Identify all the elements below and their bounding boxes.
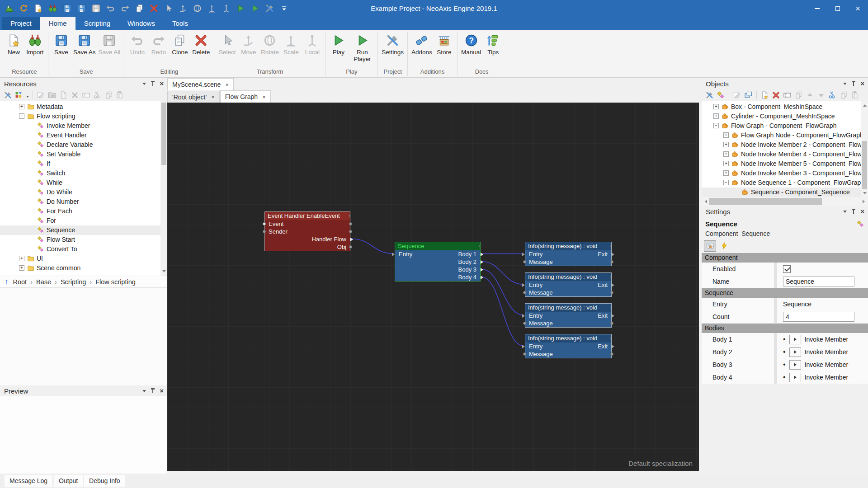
property-splitter[interactable] xyxy=(774,358,777,371)
tree-item-for[interactable]: For xyxy=(0,216,160,225)
qat-run-player-button[interactable] xyxy=(250,4,260,13)
new-button[interactable]: New xyxy=(3,33,24,56)
settings-button[interactable] xyxy=(4,91,12,99)
node-info-4[interactable]: Info(string message) : voidEntryExitMess… xyxy=(525,334,612,358)
qat-delete-button[interactable] xyxy=(149,4,159,13)
status-tab-output[interactable]: Output xyxy=(54,475,83,487)
property-splitter[interactable] xyxy=(774,310,777,323)
delete-button[interactable] xyxy=(772,91,780,99)
tree-item-node-invoke-member-4-component-flowgraph[interactable]: +Node Invoke Member 4 - Component_FlowGr… xyxy=(702,150,861,159)
up-arrow-icon[interactable]: ↑ xyxy=(5,277,9,286)
expand-plus-icon[interactable]: + xyxy=(19,265,24,271)
chevron-down-icon[interactable] xyxy=(843,83,847,87)
qat-play-button[interactable] xyxy=(236,4,245,13)
tab-flow-graph[interactable]: Flow Graph× xyxy=(220,90,271,103)
tree-item-set-variable[interactable]: Set Variable xyxy=(0,150,160,159)
scroll-down-arrow[interactable] xyxy=(160,269,167,275)
arrow-pin-gray[interactable] xyxy=(522,345,525,348)
expand-plus-icon[interactable]: + xyxy=(19,256,24,261)
pin-icon[interactable] xyxy=(151,81,155,86)
tree-item-invoke-member[interactable]: Invoke Member xyxy=(0,121,160,131)
scroll-up-arrow[interactable] xyxy=(861,101,868,108)
tree-item-do-while[interactable]: Do While xyxy=(0,188,160,197)
tab-close-icon[interactable]: × xyxy=(225,81,229,88)
tree-item-for-each[interactable]: For Each xyxy=(0,206,160,216)
property-splitter[interactable] xyxy=(774,371,777,384)
tree-item-scene-common[interactable]: +Scene common xyxy=(0,263,160,273)
name-input[interactable] xyxy=(783,277,854,286)
dot-pin-gray[interactable] xyxy=(349,230,352,233)
objects-horizontal-scrollbar[interactable] xyxy=(702,197,868,206)
resources-vertical-scrollbar[interactable] xyxy=(160,101,167,276)
chevron-down-icon[interactable] xyxy=(843,211,847,215)
qat-new-file-button[interactable] xyxy=(33,4,43,13)
node-info-2[interactable]: Info(string message) : voidEntryExitMess… xyxy=(525,272,612,297)
scroll-down-arrow[interactable] xyxy=(861,191,868,197)
expand-plus-icon[interactable]: + xyxy=(713,104,719,109)
property-splitter[interactable] xyxy=(774,333,777,346)
store-button[interactable]: Store xyxy=(434,33,455,56)
expand-reference-button[interactable] xyxy=(789,373,801,382)
node-event-handler[interactable]: Event Handler EnableEventEventSenderHand… xyxy=(264,211,350,251)
tree-item-event-handler[interactable]: Event Handler xyxy=(0,131,160,140)
breadcrumb-item-base[interactable]: Base xyxy=(36,278,51,286)
pin-icon[interactable] xyxy=(151,388,155,394)
objects-vertical-scrollbar[interactable] xyxy=(861,101,868,197)
pin-icon[interactable] xyxy=(851,209,856,214)
property-splitter[interactable] xyxy=(774,298,777,310)
dot-pin-gray[interactable] xyxy=(610,275,611,278)
count-input[interactable] xyxy=(783,312,854,322)
import-button[interactable]: Import xyxy=(24,33,46,56)
tips-button[interactable]: Tips xyxy=(482,33,504,56)
tree-item-node-invoke-member-5-component-flowgraph[interactable]: +Node Invoke Member 5 - Component_FlowGr… xyxy=(702,159,861,169)
dot-pin-gray[interactable] xyxy=(349,214,350,217)
clone-button[interactable]: Clone xyxy=(169,33,190,56)
dot-pin-white[interactable] xyxy=(263,222,266,225)
dot-pin-gray[interactable] xyxy=(610,291,613,294)
expand-plus-icon[interactable]: + xyxy=(19,104,24,109)
property-splitter[interactable] xyxy=(774,346,777,358)
tab-myscene4-scene[interactable]: MyScene4.scene× xyxy=(167,78,234,90)
arrow-pin-white[interactable] xyxy=(350,238,353,241)
dot-pin-gray[interactable] xyxy=(523,322,526,325)
tree-item-do-number[interactable]: Do Number xyxy=(0,197,160,206)
properties-button[interactable] xyxy=(704,240,716,252)
menu-tab-home[interactable]: Home xyxy=(40,17,75,30)
manual-button[interactable]: ?Manual xyxy=(460,33,482,56)
tree-item-sequence[interactable]: Sequence xyxy=(0,225,160,235)
save-button[interactable]: Save xyxy=(51,33,72,56)
arrow-pin-gray[interactable] xyxy=(612,314,614,318)
close-button[interactable]: × xyxy=(848,0,868,17)
scrollbar-thumb[interactable] xyxy=(161,103,166,165)
arrow-pin-gray[interactable] xyxy=(522,283,525,287)
tree-item-if[interactable]: If xyxy=(0,159,160,169)
tree-item-sequence-component-sequence[interactable]: Sequence - Component_Sequence xyxy=(702,188,861,197)
close-icon[interactable]: × xyxy=(860,208,864,215)
settings-button[interactable]: Settings xyxy=(380,33,405,56)
qat-save-button[interactable] xyxy=(62,4,72,13)
pin-icon[interactable] xyxy=(851,81,856,86)
tree-item-switch[interactable]: Switch xyxy=(0,169,160,178)
rename-button[interactable] xyxy=(783,91,792,99)
breadcrumb-item-root[interactable]: Root xyxy=(13,278,27,286)
dot-pin-gray[interactable] xyxy=(610,244,611,248)
chevron-down-icon[interactable] xyxy=(142,390,146,394)
save-as-button[interactable]: Save As xyxy=(72,33,97,56)
breadcrumb-item-flow-scripting[interactable]: Flow scripting xyxy=(95,278,136,286)
qat-import-button[interactable] xyxy=(48,4,57,13)
qat-caret-down-button[interactable] xyxy=(279,4,289,13)
arrow-pin-white[interactable] xyxy=(481,268,483,272)
arrow-pin-gray[interactable] xyxy=(612,253,614,256)
expand-plus-icon[interactable]: + xyxy=(723,170,729,176)
tree-item-flow-graph-node-component-flowgraphnode[interactable]: +Flow Graph Node - Component_FlowGraphNo… xyxy=(702,131,861,140)
flow-button[interactable] xyxy=(717,91,725,99)
tree-item-convert-to[interactable]: Convert To xyxy=(0,244,160,254)
tree-item-flow-graph-component-flowgraph[interactable]: −Flow Graph - Component_FlowGraph xyxy=(702,121,861,131)
menu-tab-windows[interactable]: Windows xyxy=(119,17,164,30)
maximize-button[interactable] xyxy=(827,0,848,17)
dot-pin-gray[interactable] xyxy=(349,245,352,249)
tree-item-node-invoke-member-3-component-flowgraph[interactable]: +Node Invoke Member 3 - Component_FlowGr… xyxy=(702,169,861,178)
play-button[interactable]: Play xyxy=(328,33,349,56)
tab-close-icon[interactable]: × xyxy=(262,94,266,100)
expand-plus-icon[interactable]: + xyxy=(723,151,729,157)
